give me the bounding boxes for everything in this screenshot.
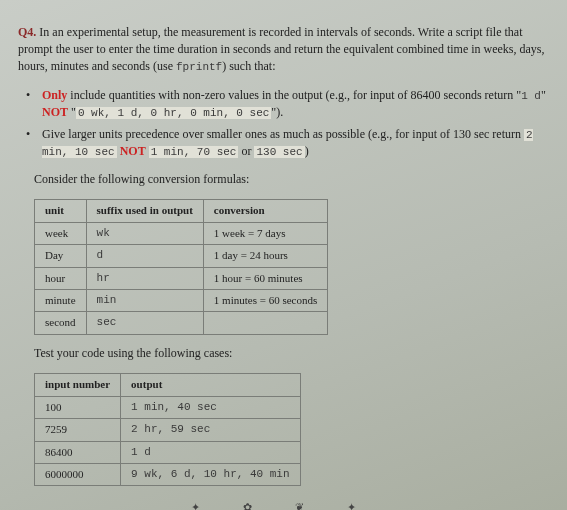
table-row: 100 1 min, 40 sec xyxy=(35,396,301,418)
code-fprintf: fprintf xyxy=(176,61,222,73)
t2-r1c1: 100 xyxy=(35,396,121,418)
t2-r4c2: 9 wk, 6 d, 10 hr, 40 min xyxy=(121,464,300,486)
t1-r5c3-empty xyxy=(203,312,327,334)
table-row: week wk 1 week = 7 days xyxy=(35,222,328,244)
t1-r3c3: 1 hour = 60 minutes xyxy=(203,267,327,289)
only-word: Only xyxy=(42,88,67,102)
t1-r4c2: min xyxy=(86,289,203,311)
b1-quote: " xyxy=(541,88,546,102)
table-row: 86400 1 d xyxy=(35,441,301,463)
b2-code-b: 1 min, 70 sec xyxy=(149,146,239,158)
t2-r4c1: 6000000 xyxy=(35,464,121,486)
t1-h3: conversion xyxy=(203,200,327,222)
test-head: Test your code using the following cases… xyxy=(34,345,549,362)
t1-r2c2: d xyxy=(86,245,203,267)
t2-r2c2: 2 hr, 59 sec xyxy=(121,419,300,441)
t1-r2c3: 1 day = 24 hours xyxy=(203,245,327,267)
t1-r4c3: 1 minutes = 60 seconds xyxy=(203,289,327,311)
table-row: 7259 2 hr, 59 sec xyxy=(35,419,301,441)
t1-r4c1: minute xyxy=(35,289,87,311)
consider-text: Consider the following conversion formul… xyxy=(34,171,549,188)
t2-r3c1: 86400 xyxy=(35,441,121,463)
table-row: hour hr 1 hour = 60 minutes xyxy=(35,267,328,289)
t2-r3c2: 1 d xyxy=(121,441,300,463)
list-item: Only include quantities with non-zero va… xyxy=(30,87,549,122)
t1-r5c1: second xyxy=(35,312,87,334)
b1-not: NOT xyxy=(42,105,68,119)
t2-r1c2: 1 min, 40 sec xyxy=(121,396,300,418)
question-number: Q4. xyxy=(18,25,36,39)
b2-text1: Give larger units precedence over smalle… xyxy=(42,127,524,141)
b2-code-c: 130 sec xyxy=(254,146,304,158)
t2-r2c1: 7259 xyxy=(35,419,121,441)
b1-text2: "). xyxy=(271,105,283,119)
requirements-list: Only include quantities with non-zero va… xyxy=(18,87,549,161)
t1-r2c1: Day xyxy=(35,245,87,267)
b2-text2: ) xyxy=(305,144,309,158)
b2-not: NOT xyxy=(120,144,146,158)
question-text: Q4. In an experimental setup, the measur… xyxy=(18,24,549,75)
t1-r1c1: week xyxy=(35,222,87,244)
t1-h1: unit xyxy=(35,200,87,222)
table-row: minute min 1 minutes = 60 seconds xyxy=(35,289,328,311)
table-row: 6000000 9 wk, 6 d, 10 hr, 40 min xyxy=(35,464,301,486)
t1-r3c1: hour xyxy=(35,267,87,289)
table-row: Day d 1 day = 24 hours xyxy=(35,245,328,267)
b1-text1: include quantities with non-zero values … xyxy=(67,88,521,102)
list-item: Give larger units precedence over smalle… xyxy=(30,126,549,161)
conversion-table: unit suffix used in output conversion we… xyxy=(34,199,328,334)
t1-r1c2: wk xyxy=(86,222,203,244)
table-row: second sec xyxy=(35,312,328,334)
t1-r5c2: sec xyxy=(86,312,203,334)
t1-r1c3: 1 week = 7 days xyxy=(203,222,327,244)
b1-code-a: 1 d xyxy=(521,90,541,102)
b1-space: " xyxy=(68,105,76,119)
question-body-1: In an experimental setup, the measuremen… xyxy=(18,25,545,73)
test-cases-table: input number output 100 1 min, 40 sec 72… xyxy=(34,373,301,486)
b2-or: or xyxy=(238,144,254,158)
table-row: unit suffix used in output conversion xyxy=(35,200,328,222)
t2-h2: output xyxy=(121,374,300,396)
question-body-2: ) such that: xyxy=(222,59,275,73)
b1-code-b: 0 wk, 1 d, 0 hr, 0 min, 0 sec xyxy=(76,107,271,119)
footer-decorative-icons: ✦ ✿ ❦ ✦ xyxy=(18,500,549,510)
t1-h2: suffix used in output xyxy=(86,200,203,222)
t2-h1: input number xyxy=(35,374,121,396)
table-row: input number output xyxy=(35,374,301,396)
t1-r3c2: hr xyxy=(86,267,203,289)
